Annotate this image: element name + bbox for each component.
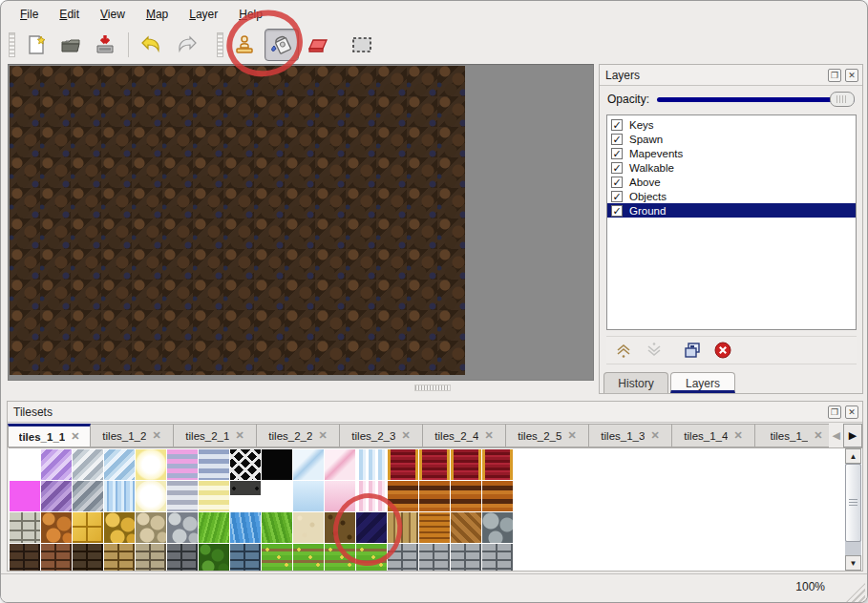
tile-stone-blocks[interactable]: [10, 512, 40, 543]
layer-row-walkable[interactable]: ✓Walkable: [607, 160, 856, 175]
tile-carpet-orange[interactable]: [419, 481, 450, 511]
close-tab-icon[interactable]: ✕: [71, 430, 79, 443]
tile-brick-beige[interactable]: [136, 544, 166, 571]
close-tab-icon[interactable]: ✕: [401, 429, 410, 442]
layer-checkbox[interactable]: ✓: [611, 177, 623, 188]
tile-carpet-red[interactable]: [482, 449, 513, 480]
close-tab-icon[interactable]: ✕: [484, 429, 493, 442]
tile-water-streaks[interactable]: [104, 481, 135, 511]
duplicate-layer-icon[interactable]: [683, 341, 702, 360]
tab-layers[interactable]: Layers: [670, 372, 735, 393]
opacity-slider-handle[interactable]: [830, 92, 855, 107]
float-panel-icon[interactable]: ❐: [828, 69, 841, 82]
palette-scrollbar[interactable]: ▲ ▼: [845, 448, 861, 571]
tile-carpet-orange[interactable]: [482, 481, 513, 511]
tile-magenta[interactable]: [10, 481, 40, 511]
rect-select-tool-button[interactable]: [348, 31, 376, 59]
tile-stripes-gray[interactable]: [167, 481, 198, 511]
tile-tiles-gold[interactable]: [73, 512, 103, 543]
tile-water-blue[interactable]: [230, 512, 261, 543]
tile-black[interactable]: [262, 449, 292, 480]
tile-glow-yellow[interactable]: [136, 449, 166, 480]
layer-checkbox[interactable]: ✓: [611, 134, 623, 145]
lower-layer-icon[interactable]: [645, 341, 664, 360]
eraser-tool-button[interactable]: [305, 31, 333, 59]
menu-edit[interactable]: Edit: [50, 5, 89, 24]
tile-panel-pink2[interactable]: [325, 481, 355, 511]
stamp-tool-button[interactable]: [230, 31, 259, 59]
scroll-tabs-right-icon[interactable]: ▶: [843, 424, 862, 447]
menu-view[interactable]: View: [91, 5, 135, 24]
close-tab-icon[interactable]: ✕: [650, 429, 659, 442]
tile-path-grass[interactable]: [293, 544, 324, 571]
tile-brick-lightgray[interactable]: [388, 544, 418, 571]
tile-weave[interactable]: [419, 512, 450, 543]
tile-brick-graydark[interactable]: [167, 544, 198, 571]
scroll-tabs-left-icon[interactable]: ◀: [830, 429, 843, 442]
toolbar-drag-handle[interactable]: [9, 32, 15, 57]
menu-layer[interactable]: Layer: [180, 5, 227, 24]
close-panel-icon[interactable]: ✕: [845, 69, 858, 82]
tile-stripes-blue[interactable]: [199, 449, 229, 480]
save-file-button[interactable]: [91, 31, 119, 59]
tile-stones-gold[interactable]: [104, 512, 135, 543]
tile-herringbone[interactable]: [451, 512, 481, 543]
tile-glass-purple-dark[interactable]: [41, 481, 72, 511]
tileset-tab-tiles_1_[interactable]: tiles_1_✕: [755, 424, 829, 447]
tile-carpet-red[interactable]: [388, 449, 418, 480]
tile-path-grass[interactable]: [325, 544, 355, 571]
close-tab-icon[interactable]: ✕: [152, 429, 160, 442]
layer-checkbox[interactable]: ✓: [611, 205, 623, 217]
delete-layer-icon[interactable]: [713, 341, 732, 360]
tileset-tab-tiles_1_3[interactable]: tiles_1_3✕: [589, 424, 672, 447]
layer-row-objects[interactable]: ✓Objects: [607, 189, 856, 203]
tile-path-grass[interactable]: [262, 544, 292, 571]
tile-brick-brown[interactable]: [41, 544, 72, 571]
tileset-tab-tiles_1_2[interactable]: tiles_1_2✕: [91, 424, 174, 447]
tile-curtain-blue[interactable]: [356, 449, 387, 480]
open-file-button[interactable]: [56, 31, 85, 59]
tile-carpet-orange[interactable]: [451, 481, 481, 511]
tile-brick-tan[interactable]: [104, 544, 135, 571]
tileset-tab-tiles_1_1[interactable]: tiles_1_1✕: [8, 424, 91, 447]
tileset-tab-tiles_2_3[interactable]: tiles_2_3✕: [340, 424, 423, 447]
float-tilesets-icon[interactable]: ❐: [828, 405, 841, 419]
tile-carpet-red[interactable]: [419, 449, 450, 480]
tile-panel-blue[interactable]: [293, 449, 324, 480]
new-file-button[interactable]: [22, 31, 51, 59]
tile-hedge[interactable]: [199, 544, 229, 571]
tileset-tab-tiles_2_4[interactable]: tiles_2_4✕: [423, 424, 506, 447]
tile-grass2[interactable]: [262, 512, 292, 543]
scroll-down-icon[interactable]: ▼: [845, 555, 861, 571]
tile-glass-gray[interactable]: [73, 449, 103, 480]
close-tab-icon[interactable]: ✕: [567, 429, 576, 442]
tile-panel-blue2[interactable]: [293, 481, 324, 511]
layer-checkbox[interactable]: ✓: [611, 191, 623, 202]
layer-checkbox[interactable]: ✓: [611, 162, 623, 174]
tile-glass-purple[interactable]: [41, 449, 72, 480]
menu-map[interactable]: Map: [137, 5, 178, 24]
layer-checkbox[interactable]: ✓: [611, 148, 623, 159]
tile-carpet-red[interactable]: [451, 449, 481, 480]
layer-row-above[interactable]: ✓Above: [607, 175, 856, 189]
tile-curtain-pink[interactable]: [356, 481, 387, 511]
scroll-up-icon[interactable]: ▲: [845, 448, 861, 464]
layer-checkbox[interactable]: ✓: [611, 119, 623, 131]
tileset-tab-tiles_2_5[interactable]: tiles_2_5✕: [506, 424, 589, 447]
tile-lattice[interactable]: [230, 449, 261, 480]
close-tab-icon[interactable]: ✕: [733, 429, 742, 442]
tile-cobble-beige[interactable]: [136, 512, 166, 543]
scrollbar-thumb[interactable]: [845, 464, 861, 542]
tile-glow-pale[interactable]: [136, 481, 166, 511]
opacity-slider[interactable]: [657, 92, 855, 107]
splitter-grip[interactable]: [414, 385, 451, 391]
raise-layer-icon[interactable]: [614, 341, 633, 360]
tile-brick-lightgray[interactable]: [482, 544, 513, 571]
tile-navy[interactable]: [356, 512, 387, 543]
tile-cobble-orange[interactable]: [41, 512, 72, 543]
layer-row-ground[interactable]: ✓Ground: [607, 203, 856, 218]
layer-row-keys[interactable]: ✓Keys: [607, 117, 856, 132]
tile-cobble-gray[interactable]: [167, 512, 198, 543]
tile-empty[interactable]: [262, 481, 292, 511]
tile-empty[interactable]: [10, 449, 40, 480]
